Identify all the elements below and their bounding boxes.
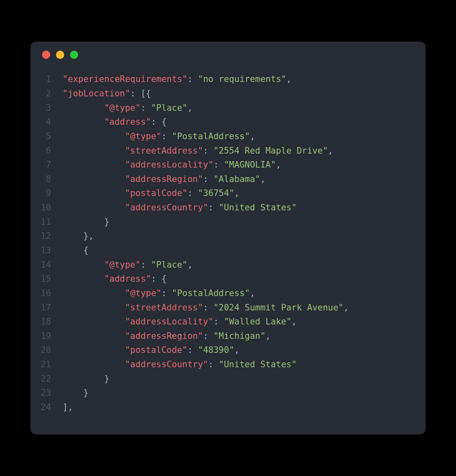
code-token: "2024 Summit Park Avenue" — [214, 303, 344, 313]
code-token: } — [63, 374, 109, 384]
code-token: : [{ — [130, 89, 151, 98]
line-number: 22 — [30, 372, 63, 386]
line-number: 5 — [30, 129, 63, 144]
code-token: "@type" — [125, 288, 162, 298]
line-number: 10 — [30, 201, 63, 215]
line-content: ], — [63, 400, 73, 415]
line-number: 19 — [30, 329, 63, 343]
line-content: "streetAddress": "2554 Red Maple Drive", — [63, 144, 333, 158]
line-content: } — [63, 386, 88, 400]
line-number: 13 — [30, 243, 63, 258]
code-line: 7 "addressLocality": "MAGNOLIA", — [30, 158, 426, 172]
code-token: : — [187, 188, 198, 198]
line-content: }, — [63, 229, 94, 243]
code-token: "streetAddress" — [125, 303, 203, 313]
code-line: 17 "streetAddress": "2024 Summit Park Av… — [30, 301, 426, 315]
line-number: 21 — [30, 357, 63, 372]
line-number: 14 — [30, 258, 63, 272]
titlebar — [30, 42, 426, 68]
code-token: : — [203, 331, 213, 341]
code-token: "addressRegion" — [125, 174, 203, 184]
code-token — [63, 260, 104, 270]
line-number: 1 — [30, 72, 63, 86]
line-number: 15 — [30, 272, 63, 286]
code-line: 16 "@type": "PostalAddress", — [30, 286, 426, 301]
code-line: 8 "addressRegion": "Alabama", — [30, 172, 426, 187]
line-number: 23 — [30, 386, 63, 400]
code-token: "PostalAddress" — [172, 131, 250, 141]
close-icon[interactable] — [42, 51, 50, 59]
code-token: : { — [151, 274, 167, 284]
code-token: , — [328, 146, 333, 156]
code-token — [63, 359, 125, 369]
line-number: 16 — [30, 286, 63, 301]
code-token: , — [291, 317, 297, 327]
minimize-icon[interactable] — [56, 51, 64, 59]
code-line: 5 "@type": "PostalAddress", — [30, 129, 426, 144]
code-token — [63, 131, 125, 141]
code-line: 2"jobLocation": [{ — [30, 86, 426, 101]
code-token: : — [141, 260, 151, 270]
code-token: , — [234, 188, 240, 198]
code-token: : — [161, 131, 172, 141]
zoom-icon[interactable] — [70, 51, 78, 59]
line-content: "@type": "PostalAddress", — [63, 286, 255, 301]
code-line: 13 { — [30, 243, 426, 258]
line-number: 8 — [30, 172, 63, 187]
code-line: 15 "address": { — [30, 272, 426, 286]
code-line: 9 "postalCode": "36754", — [30, 186, 426, 201]
code-token: }, — [63, 231, 94, 241]
code-token: "2554 Red Maple Drive" — [214, 146, 328, 156]
line-content: "@type": "Place", — [63, 258, 193, 272]
code-token: : { — [151, 117, 167, 127]
code-token: "@type" — [125, 131, 162, 141]
code-token: "Place" — [151, 260, 188, 270]
code-token — [63, 274, 104, 284]
line-content: { — [63, 243, 88, 258]
code-token — [63, 188, 125, 198]
code-token: "Alabama" — [214, 174, 261, 184]
code-token: ], — [63, 402, 73, 412]
code-token: : — [208, 359, 219, 369]
line-content: "addressCountry": "United States" — [63, 357, 297, 372]
code-token: , — [234, 345, 240, 355]
code-token: "@type" — [104, 103, 141, 113]
line-number: 17 — [30, 301, 63, 315]
code-token: : — [214, 160, 224, 170]
code-token: : — [208, 203, 219, 212]
code-token: { — [63, 245, 88, 255]
line-content: "address": { — [63, 115, 167, 129]
line-number: 18 — [30, 315, 63, 329]
code-token — [63, 317, 125, 327]
line-content: "postalCode": "36754", — [63, 186, 240, 201]
code-token — [63, 303, 125, 313]
line-number: 24 — [30, 400, 63, 415]
code-token: "postalCode" — [125, 345, 188, 355]
code-line: 10 "addressCountry": "United States" — [30, 201, 426, 215]
code-token: } — [63, 388, 88, 398]
code-line: 24], — [30, 400, 426, 415]
code-line: 23 } — [30, 386, 426, 400]
code-line: 20 "postalCode": "48390", — [30, 343, 426, 357]
code-token: "Walled Lake" — [224, 317, 291, 327]
line-content: "postalCode": "48390", — [63, 343, 240, 357]
code-token: "streetAddress" — [125, 146, 203, 156]
code-token — [63, 174, 125, 184]
code-line: 1"experienceRequirements": "no requireme… — [30, 72, 426, 86]
code-token — [63, 345, 125, 355]
code-token: "jobLocation" — [63, 89, 130, 98]
code-line: 21 "addressCountry": "United States" — [30, 357, 426, 372]
line-number: 6 — [30, 144, 63, 158]
code-token: : — [141, 103, 151, 113]
code-token: "@type" — [104, 260, 141, 270]
code-token: "experienceRequirements" — [63, 74, 187, 84]
code-line: 14 "@type": "Place", — [30, 258, 426, 272]
code-token — [63, 331, 125, 341]
code-token: , — [187, 103, 193, 113]
code-token: , — [286, 74, 292, 84]
code-area[interactable]: 1"experienceRequirements": "no requireme… — [30, 68, 426, 434]
line-content: "addressRegion": "Michigan", — [63, 329, 271, 343]
code-token: "United States" — [219, 359, 297, 369]
code-token — [63, 117, 104, 127]
code-token: , — [276, 160, 281, 170]
